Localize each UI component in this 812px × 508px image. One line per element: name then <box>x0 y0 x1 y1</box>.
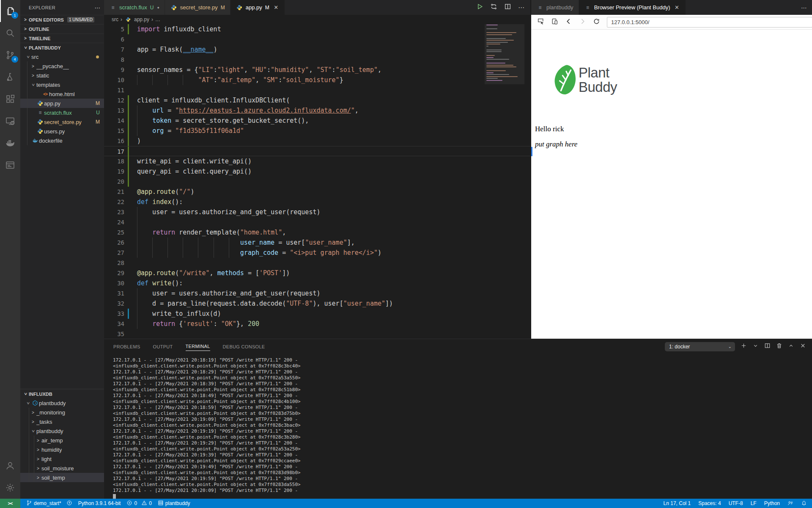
activity-search-icon[interactable] <box>0 22 20 44</box>
minimap[interactable] <box>485 24 524 339</box>
url-input[interactable]: 127.0.0.1:5000/ <box>607 17 812 28</box>
code-line-11[interactable]: 11 <box>104 85 530 95</box>
run-all-queries-icon[interactable] <box>490 3 497 12</box>
code-line-22[interactable]: 22def index(): <box>104 197 530 207</box>
tree-item-templates[interactable]: >templates <box>20 80 104 89</box>
account-icon[interactable] <box>0 455 20 477</box>
code-line-31[interactable]: 31 user = users.authorize_and_get_user(r… <box>104 288 530 298</box>
git-branch-status[interactable]: demo_start* <box>26 500 72 507</box>
code-line-35[interactable]: 35 <box>104 329 530 339</box>
activity-remote-explorer-icon[interactable] <box>0 110 20 132</box>
tree-item-plantbuddy[interactable]: >plantbuddy <box>20 426 104 436</box>
tree-item-static[interactable]: >static <box>20 71 104 80</box>
code-line-13[interactable]: 13 url = "https://eastus-1.azure.cloud2.… <box>104 105 530 116</box>
code-line-23[interactable]: 23 user = users.authorize_and_get_user(r… <box>104 207 530 217</box>
tree-item-_tasks[interactable]: >_tasks <box>20 417 104 426</box>
code-editor[interactable]: 5import influxdb_client67app = Flask(__n… <box>104 24 530 339</box>
code-line-14[interactable]: 14 token = secret_store.get_bucket_secre… <box>104 116 530 126</box>
breadcrumb-item[interactable]: src <box>112 17 118 22</box>
code-line-10[interactable]: 10 "AT":"air_temp", "SM":"soil_moisture"… <box>104 75 530 85</box>
activity-browser-preview-icon[interactable] <box>0 154 20 176</box>
sidebar-section-outline[interactable]: >OUTLINE <box>20 24 104 33</box>
sidebar-section-timeline[interactable]: >TIMELINE <box>20 33 104 43</box>
tab-app-py[interactable]: app.pyM✕ <box>230 0 285 15</box>
code-line-25[interactable]: 25 return render_template("home.html", <box>104 227 530 237</box>
close-icon[interactable]: ✕ <box>674 4 680 11</box>
close-icon[interactable]: ✕ <box>273 4 280 11</box>
code-line-20[interactable]: 20 <box>104 177 530 187</box>
more-actions-icon[interactable]: ⋯ <box>518 4 524 11</box>
code-line-18[interactable]: 18write_api = client.write_api() <box>104 156 530 166</box>
code-line-34[interactable]: 34 return {'result': "OK"}, 200 <box>104 319 530 329</box>
kill-terminal-icon[interactable] <box>776 342 782 351</box>
tree-item-humidity[interactable]: >humidity <box>20 445 104 454</box>
code-line-27[interactable]: 27 graph_code = "<i>put graph here</i>") <box>104 248 530 258</box>
new-terminal-icon[interactable] <box>741 342 747 351</box>
activity-source-control-icon[interactable]: 4 <box>0 44 20 66</box>
eol-status[interactable]: LF <box>751 500 757 506</box>
minimap-slider[interactable] <box>485 24 524 84</box>
encoding-status[interactable]: UTF-8 <box>729 500 743 506</box>
remote-indicator[interactable]: >< <box>0 499 20 508</box>
code-line-12[interactable]: 12client = influxdb_client.InfluxDBClien… <box>104 95 530 105</box>
tree-item-_monitoring[interactable]: >_monitoring <box>20 408 104 417</box>
terminal-output[interactable]: 172.17.0.1 - - [27/May/2021 20:18:19] "P… <box>113 357 807 499</box>
tab-scratch-flux[interactable]: ≡scratch.fluxU● <box>104 0 165 15</box>
language-mode-status[interactable]: Python <box>764 500 780 506</box>
breadcrumb-item[interactable]: app.py <box>134 17 149 22</box>
tab-secret-store-py[interactable]: secret_store.pyM <box>165 0 230 15</box>
breadcrumb[interactable]: src›app.py›… <box>104 15 530 24</box>
code-line-33[interactable]: 33 write_to_influx(d) <box>104 309 530 319</box>
panel-tab-problems[interactable]: PROBLEMS <box>113 342 140 351</box>
tree-item-soil_temp[interactable]: >soil_temp <box>20 473 104 482</box>
tab-plantbuddy[interactable]: ≡plantbuddy <box>531 0 579 15</box>
terminal-selector[interactable]: 1: docker ⌄ <box>665 342 735 351</box>
panel-tab-terminal[interactable]: TERMINAL <box>186 342 210 351</box>
breadcrumb-item[interactable]: … <box>155 17 160 22</box>
code-line-8[interactable]: 8 <box>104 55 530 65</box>
tree-item-home.html[interactable]: <>home.html <box>20 89 104 99</box>
sync-icon[interactable] <box>66 500 72 507</box>
activity-test-explorer-icon[interactable] <box>0 66 20 88</box>
run-python-file-icon[interactable] <box>476 3 483 12</box>
feedback-icon[interactable] <box>787 500 793 506</box>
tree-item-air_temp[interactable]: >air_temp <box>20 436 104 445</box>
tree-item-secret_store.py[interactable]: secret_store.pyM <box>20 117 104 127</box>
split-editor-icon[interactable] <box>504 3 511 12</box>
split-terminal-icon[interactable] <box>764 342 771 351</box>
terminal-dropdown-icon[interactable] <box>752 342 759 351</box>
preview-scroll-indicator[interactable] <box>531 147 532 156</box>
code-line-29[interactable]: 29@app.route("/write", methods = ['POST'… <box>104 268 530 278</box>
tree-item-dockerfile[interactable]: dockerfile <box>20 136 104 145</box>
tree-item-plantbuddy[interactable]: >plantbuddy <box>20 398 104 408</box>
tree-item-light[interactable]: >light <box>20 454 104 464</box>
tree-item-__pycache__[interactable]: >__pycache__ <box>20 61 104 71</box>
code-line-30[interactable]: 30def write(): <box>104 278 530 288</box>
tree-item-scratch.flux[interactable]: ≡scratch.fluxU <box>20 108 104 117</box>
tree-item-users.py[interactable]: users.py <box>20 127 104 136</box>
device-toolbar-icon[interactable] <box>551 18 558 27</box>
code-line-21[interactable]: 21@app.route("/") <box>104 187 530 197</box>
forward-icon[interactable] <box>579 18 586 27</box>
influxdb-section-header[interactable]: > INFLUXDB <box>20 389 104 398</box>
code-line-15[interactable]: 15 org = "f1d35b5f11f06a1d" <box>104 126 530 136</box>
tab-browser-preview--plant-buddy-[interactable]: ≡Browser Preview (Plant Buddy)✕ <box>579 0 686 15</box>
cursor-position-status[interactable]: Ln 17, Col 1 <box>664 500 691 506</box>
code-line-28[interactable]: 28 <box>104 258 530 268</box>
docker-container-status[interactable]: plantbuddy <box>158 500 190 507</box>
code-line-16[interactable]: 16) <box>104 136 530 146</box>
refresh-icon[interactable] <box>593 18 600 27</box>
problems-status[interactable]: 0 0 <box>126 500 151 507</box>
code-line-32[interactable]: 32 d = parse_line(request.data.decode("U… <box>104 298 530 309</box>
sidebar-section-open-editors[interactable]: >OPEN EDITORS1 UNSAVED <box>20 15 104 24</box>
indentation-status[interactable]: Spaces: 4 <box>698 500 721 506</box>
tree-item-soil_moisture[interactable]: >soil_moisture <box>20 464 104 473</box>
activity-extensions-icon[interactable] <box>0 88 20 110</box>
settings-icon[interactable] <box>0 477 20 499</box>
code-line-7[interactable]: 7app = Flask(__name__) <box>104 44 530 55</box>
code-line-5[interactable]: 5import influxdb_client <box>104 24 530 34</box>
code-line-26[interactable]: 26 user_name = user["user_name"], <box>104 237 530 248</box>
more-actions-icon[interactable]: ⋯ <box>801 0 807 15</box>
close-panel-icon[interactable] <box>800 342 806 351</box>
sidebar-section-plantbuddy[interactable]: >PLANTBUDDY <box>20 43 104 52</box>
